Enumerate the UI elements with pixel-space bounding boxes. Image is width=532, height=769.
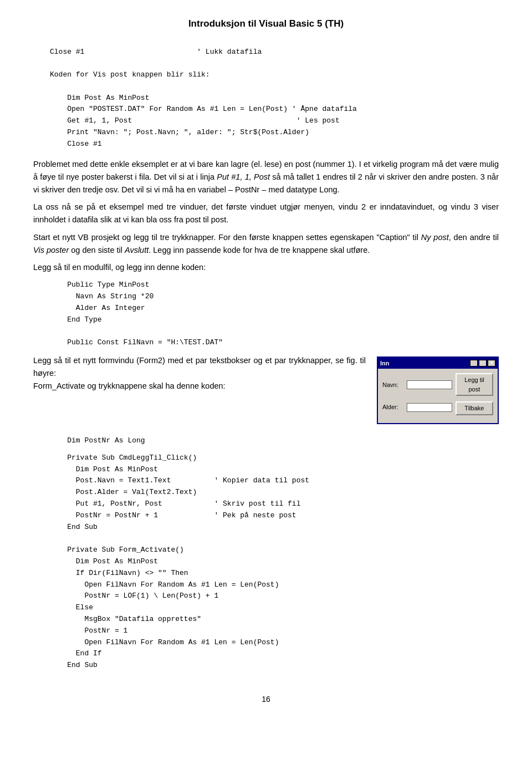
dialog-figure: Inn _ □ ✕ Navn: Legg til post Alder: Til… (377, 357, 499, 424)
paragraph-1: Problemet med dette enkle eksemplet er a… (33, 158, 499, 197)
paragraph-3: Start et nytt VB prosjekt og legg til tr… (33, 231, 499, 257)
alder-row: Alder: Tilbake (382, 399, 493, 415)
page-title: Introduksjon til Visual Basic 5 (TH) (33, 17, 499, 31)
code-private-block: Private Sub CmdLeggTil_Click() Dim Post … (50, 452, 499, 671)
alder-label: Alder: (382, 403, 407, 412)
dialog-titlebar: Inn _ □ ✕ (378, 358, 498, 369)
page-number: 16 (33, 694, 499, 705)
dialog-titlebar-buttons: _ □ ✕ (470, 360, 495, 366)
code-module-block: Public Type MinPost Navn As String *20 A… (50, 279, 499, 349)
navn-row: Navn: Legg til post (382, 373, 493, 396)
code-dim-block: Dim PostNr As Long (50, 435, 499, 447)
dialog-title: Inn (380, 359, 390, 368)
paragraph-4: Legg så til en modulfil, og legg inn den… (33, 261, 499, 274)
dialog-minimize-btn[interactable]: _ (470, 360, 478, 366)
dialog-close-btn[interactable]: ✕ (488, 360, 495, 366)
win-dialog: Inn _ □ ✕ Navn: Legg til post Alder: Til… (377, 357, 499, 424)
alder-input[interactable] (407, 403, 452, 412)
legg-til-button[interactable]: Legg til post (456, 373, 493, 396)
navn-input[interactable] (407, 380, 452, 389)
dialog-body: Navn: Legg til post Alder: Tilbake (378, 369, 498, 423)
dialog-maximize-btn[interactable]: □ (479, 360, 487, 366)
code-top-block: Close #1 ' Lukk datafila Koden for Vis p… (50, 47, 499, 150)
navn-label: Navn: (382, 380, 407, 390)
tilbake-button[interactable]: Tilbake (456, 401, 493, 415)
paragraph-2: La oss nå se på et eksempel med tre vind… (33, 201, 499, 226)
